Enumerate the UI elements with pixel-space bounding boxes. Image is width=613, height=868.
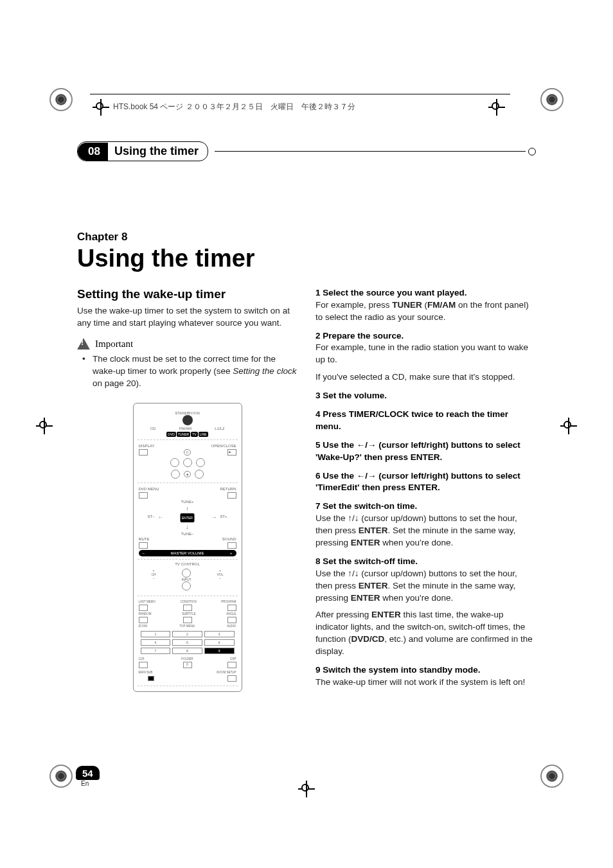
- remote-dvdmenu-label: DVD MENU: [139, 487, 159, 491]
- main-label: MAIN: [139, 671, 146, 674]
- registration-mark-icon: [540, 764, 564, 788]
- section-intro: Use the wake-up timer to set the system …: [77, 305, 298, 329]
- s1-b2: FM/AM: [427, 300, 456, 310]
- btn-icon: [183, 617, 192, 623]
- bullet-clock-note: The clock must be set to the correct tim…: [86, 353, 298, 390]
- step1-title: 1 Select the source you want played.: [315, 287, 536, 299]
- s8-after-b2: DVD/CD: [351, 634, 385, 644]
- warning-icon: [77, 338, 90, 350]
- tuneminus-label: TUNE–: [181, 532, 194, 536]
- num-0: 0: [183, 662, 192, 668]
- sound-button-icon: [227, 542, 236, 549]
- r1c: PROGRAM: [221, 600, 236, 603]
- num-2: 2: [172, 631, 202, 637]
- s6-pre: 6 Use the: [315, 471, 357, 481]
- crosshair-icon: [488, 99, 505, 116]
- enter-button: ENTER: [180, 513, 195, 522]
- r6b: FOLDER: [181, 657, 193, 660]
- step2-title: 2 Prepare the source.: [315, 330, 536, 342]
- vol-minus-icon: –: [143, 551, 145, 555]
- important-callout: Important: [77, 338, 298, 350]
- roomsetup-button-icon: [227, 675, 236, 682]
- roomsetup-label: ROOM SETUP: [217, 671, 236, 674]
- r6c: DSP: [230, 657, 236, 660]
- s2-d2: If you've selected a CD, make sure that …: [315, 371, 536, 384]
- step-9: 9 Switch the system into standby mode. T…: [315, 664, 536, 689]
- arrow-left-icon: [357, 440, 366, 450]
- r1a: LAST MEMO: [139, 600, 155, 603]
- arrow-up-icon: ↑: [186, 506, 189, 512]
- prev-icon: [170, 458, 179, 467]
- clr-button-icon: [139, 662, 148, 668]
- remote-fmam-label: FM/AM: [179, 427, 191, 430]
- r2a: RANDOM: [139, 612, 152, 616]
- arrow-right-icon: [368, 440, 377, 450]
- page-number-badge: 54: [76, 766, 100, 780]
- r3a: ZOOM: [139, 624, 148, 628]
- chapter-title: Using the timer: [77, 246, 536, 272]
- btn-icon: [183, 605, 192, 611]
- ff-icon: [195, 470, 204, 479]
- step3-title: 3 Set the volume.: [315, 390, 536, 402]
- num-6: 6: [204, 639, 235, 646]
- r3b: TOP MENU: [179, 624, 195, 628]
- s8-b2: ENTER: [351, 593, 380, 603]
- tv-input-label: INPUT: [182, 578, 191, 581]
- tuneplus-label: TUNE+: [181, 500, 194, 504]
- s8-b1: ENTER: [359, 581, 388, 590]
- remote-src-tv: TV: [191, 432, 197, 437]
- remote-l1l2-label: L1/L2: [215, 427, 224, 430]
- r1b: CONDITION: [180, 600, 196, 603]
- s2-d1: For example, tune in the radio station y…: [315, 342, 536, 366]
- step4-title: 4 Press TIMER/CLOCK twice to reach the t…: [315, 409, 536, 433]
- registration-mark-icon: [49, 87, 73, 112]
- num-4: 4: [141, 639, 171, 646]
- step-1: 1 Select the source you want played. For…: [315, 287, 536, 324]
- return-button-icon: [227, 492, 236, 499]
- remote-control-diagram: STANDBY/ON CD FM/AM L1/L2 DVD TUNER TV L…: [133, 403, 242, 692]
- r3c: AUDIO: [227, 624, 236, 628]
- page-content: 08 Using the timer Chapter 8 Using the t…: [77, 141, 536, 778]
- s7-b2: ENTER: [351, 538, 380, 547]
- dsp-button-icon: [227, 662, 236, 668]
- btn-icon: [139, 605, 148, 611]
- r6a: CLR: [139, 657, 145, 660]
- step8-title: 8 Set the switch-off time.: [315, 556, 536, 568]
- arrow-up-icon: [348, 513, 352, 523]
- s1-mid: (: [422, 300, 427, 310]
- s8-pre: Use the: [315, 569, 348, 578]
- remote-src-dvd: DVD: [166, 432, 176, 437]
- section-heading: Setting the wake-up timer: [77, 287, 298, 301]
- step-5: 5 Use the / (cursor left/right) buttons …: [315, 439, 536, 464]
- registration-mark-icon: [540, 87, 564, 112]
- arrow-left-icon: [357, 471, 366, 481]
- header-line: [215, 151, 526, 152]
- chapter-header-bar: 08 Using the timer: [77, 141, 536, 161]
- arrow-right-icon: →: [211, 514, 217, 520]
- registration-mark-icon: [49, 764, 73, 788]
- number-pad: 1 2 3 4 5 6 7 8 9: [139, 629, 236, 656]
- s7-b1: ENTER: [359, 526, 388, 535]
- s1-b1: TUNER: [392, 300, 422, 310]
- num-8: 8: [172, 648, 202, 654]
- crosshair-icon: [298, 781, 315, 797]
- s7-post: when you're done.: [380, 538, 454, 547]
- remote-cd-label: CD: [150, 427, 156, 430]
- bullet-text-post: on page 20).: [93, 378, 141, 388]
- crosshair-icon: [36, 418, 53, 434]
- btn-icon: [227, 617, 236, 623]
- rew-icon: [171, 470, 180, 479]
- crosshair-icon: [93, 99, 109, 116]
- stop-button-icon: ■: [184, 471, 191, 477]
- s1-pre: For example, press: [315, 300, 392, 310]
- step-8: 8 Set the switch-off time. Use the / (cu…: [315, 556, 536, 658]
- step-3: 3 Set the volume.: [315, 390, 536, 402]
- stplus-label: ST+: [220, 515, 227, 518]
- tv-ch-label: CH: [151, 572, 155, 576]
- sub-label: SUB: [147, 671, 152, 674]
- power-icon: [182, 415, 193, 425]
- master-volume-bar: – MASTER VOLUME +: [139, 550, 236, 556]
- step-6: 6 Use the / (cursor left/right) buttons …: [315, 470, 536, 495]
- btn-icon: [227, 605, 236, 611]
- next-icon: [196, 458, 205, 467]
